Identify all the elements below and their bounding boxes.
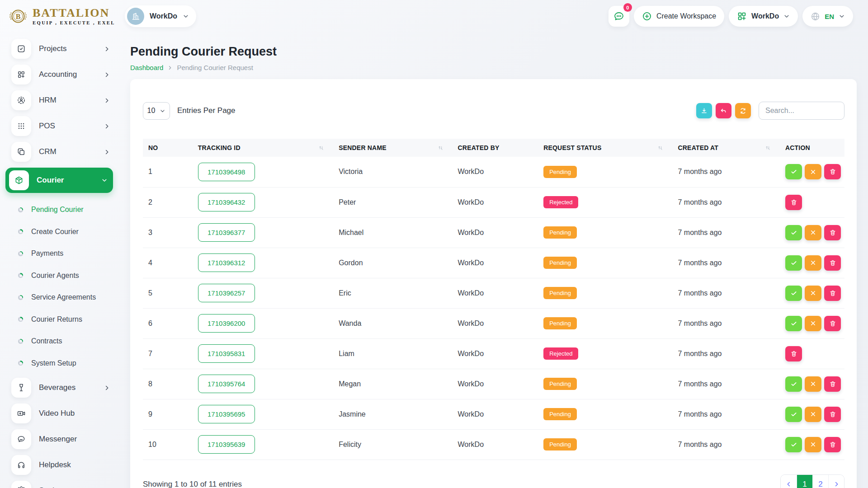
sidebar-item-pos[interactable]: POS (11, 116, 110, 136)
trash-icon (829, 320, 836, 327)
sidebar-item-accounting[interactable]: Accounting (11, 65, 110, 84)
action-buttons (785, 255, 841, 271)
sidebar-item-messenger[interactable]: Messenger (11, 429, 110, 449)
tracking-id-button[interactable]: 1710395831 (198, 344, 255, 363)
workdo-menu-button[interactable]: WorkDo (729, 6, 798, 27)
pagination-next-button[interactable] (828, 475, 844, 488)
sidebar-item-courier[interactable]: Courier (5, 168, 113, 193)
sidebar-subitem-payments[interactable]: Payments (11, 243, 110, 265)
delete-button[interactable] (824, 407, 841, 422)
cell-sender-name: Michael (335, 217, 454, 248)
sidebar-item-crm[interactable]: CRM (11, 142, 110, 162)
reject-button[interactable] (805, 437, 821, 452)
breadcrumb-dashboard-link[interactable]: Dashboard (130, 64, 163, 71)
cell-created-at: 7 months ago (674, 217, 782, 248)
cell-request-status: Pending (540, 157, 674, 187)
language-selector[interactable]: EN (802, 6, 853, 27)
status-badge: Pending (543, 317, 577, 329)
sidebar-subitem-service-agreements[interactable]: Service Agreements (11, 286, 110, 309)
reject-button[interactable] (805, 255, 821, 271)
copy-icon (11, 142, 31, 162)
workspace-name: WorkDo (150, 12, 177, 20)
cell-tracking-id: 1710396377 (194, 217, 335, 248)
delete-button[interactable] (824, 316, 841, 331)
sidebar-subitem-courier-returns[interactable]: Courier Returns (11, 309, 110, 331)
sidebar-subitem-label: Payments (31, 249, 63, 258)
col-sender-name[interactable]: SENDER NAME (335, 139, 454, 157)
chevron-right-icon (104, 385, 110, 391)
cell-no: 10 (143, 429, 194, 460)
tracking-id-button[interactable]: 1710396498 (198, 163, 255, 181)
sidebar-subitem-contracts[interactable]: Contracts (11, 330, 110, 352)
tracking-id-button[interactable]: 1710395695 (198, 405, 255, 423)
approve-button[interactable] (785, 316, 802, 331)
approve-button[interactable] (785, 164, 802, 179)
reject-button[interactable] (805, 225, 821, 240)
status-badge: Pending (543, 166, 577, 178)
tracking-id-button[interactable]: 1710396200 (198, 314, 255, 333)
delete-button[interactable] (824, 437, 841, 452)
refresh-button[interactable] (735, 103, 751, 118)
delete-button[interactable] (824, 376, 841, 392)
sidebar-item-video-hub[interactable]: Video Hub (11, 404, 110, 423)
sidebar-item-projects[interactable]: Projects (11, 39, 110, 59)
column-label: REQUEST STATUS (543, 144, 601, 151)
cell-created-at: 7 months ago (674, 308, 782, 338)
col-created-at[interactable]: CREATED AT (674, 139, 782, 157)
x-icon (810, 229, 816, 236)
sidebar-item-helpdesk[interactable]: Helpdesk (11, 455, 110, 475)
delete-button[interactable] (824, 255, 841, 271)
messages-button[interactable]: 0 (609, 6, 629, 27)
approve-button[interactable] (785, 376, 802, 392)
approve-button[interactable] (785, 255, 802, 271)
sidebar-item-beverages[interactable]: Beverages (11, 378, 110, 398)
tracking-id-button[interactable]: 1710396312 (198, 253, 255, 272)
sort-icon[interactable] (318, 145, 324, 151)
approve-button[interactable] (785, 437, 802, 452)
table-row: 71710395831LiamWorkDoRejected7 months ag… (143, 338, 844, 369)
col-tracking-id[interactable]: TRACKING ID (194, 139, 335, 157)
reject-button[interactable] (805, 407, 821, 422)
pagination-page-1[interactable]: 1 (797, 475, 812, 488)
sidebar-item-hrm[interactable]: HRM (11, 90, 110, 110)
sidebar-subitem-courier-agents[interactable]: Courier Agents (11, 265, 110, 287)
tracking-id-button[interactable]: 1710395639 (198, 435, 255, 454)
tracking-id-button[interactable]: 1710396257 (198, 284, 255, 302)
col-request-status[interactable]: REQUEST STATUS (540, 139, 674, 157)
workspace-switcher[interactable]: WorkDo (125, 5, 196, 27)
cell-created-by: WorkDo (454, 187, 540, 217)
search-input[interactable] (759, 102, 844, 120)
reset-button[interactable] (716, 103, 731, 118)
sidebar-subitem-pending-courier[interactable]: Pending Courier (11, 199, 110, 221)
sort-icon[interactable] (657, 145, 663, 151)
reject-button[interactable] (805, 164, 821, 179)
delete-button[interactable] (824, 225, 841, 240)
tracking-id-button[interactable]: 1710395764 (198, 375, 255, 393)
delete-button[interactable] (824, 286, 841, 301)
delete-button[interactable] (785, 195, 802, 210)
delete-button[interactable] (824, 164, 841, 179)
cell-no: 7 (143, 338, 194, 369)
reject-button[interactable] (805, 316, 821, 331)
sort-icon[interactable] (438, 145, 443, 151)
trash-icon (829, 411, 836, 418)
pagination-prev-button[interactable] (781, 475, 797, 488)
x-icon (810, 169, 816, 175)
delete-button[interactable] (785, 346, 802, 361)
reject-button[interactable] (805, 376, 821, 392)
pagination-page-2[interactable]: 2 (812, 475, 828, 488)
reject-button[interactable] (805, 286, 821, 301)
approve-button[interactable] (785, 225, 802, 240)
sidebar-subitem-system-setup[interactable]: System Setup (11, 352, 110, 375)
sidebar-subitem-create-courier[interactable]: Create Courier (11, 221, 110, 243)
entries-per-page-select[interactable]: 10 (143, 102, 170, 120)
tracking-id-button[interactable]: 1710396377 (198, 223, 255, 242)
sort-icon[interactable] (765, 145, 771, 151)
sidebar-item-settings[interactable]: Settings (11, 481, 110, 488)
approve-button[interactable] (785, 286, 802, 301)
export-button[interactable] (696, 103, 712, 118)
sidebar: ProjectsAccountingHRMPOSCRMCourierPendin… (0, 33, 118, 488)
tracking-id-button[interactable]: 1710396432 (198, 193, 255, 211)
approve-button[interactable] (785, 407, 802, 422)
create-workspace-button[interactable]: Create Workspace (634, 6, 724, 27)
